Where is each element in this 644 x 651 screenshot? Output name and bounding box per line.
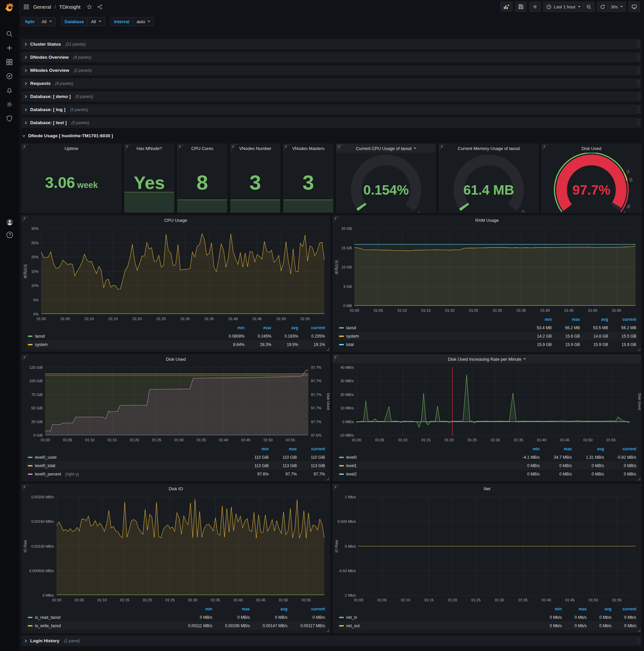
row-drag-handle-icon[interactable] (637, 66, 640, 75)
refresh-interval-button[interactable]: 30s (608, 2, 626, 12)
panel-title-current-memory-usage-of-taosd[interactable]: Current Memory Usage of taosd (439, 144, 538, 153)
variable-label[interactable]: Database (61, 17, 88, 26)
legend-stat-value: 0 Mb/s (537, 623, 562, 628)
alerting-bell-icon[interactable] (6, 87, 13, 94)
chart-svg[interactable]: 01:0001:0501:1001:1501:2001:2501:3001:35… (333, 364, 641, 444)
create-plus-icon[interactable] (6, 44, 13, 52)
variable-label[interactable]: Interval (110, 17, 133, 26)
refresh-button[interactable] (597, 2, 608, 12)
panel-title-cpu-cores[interactable]: CPU Cores (178, 144, 227, 153)
chart-plot-cpu-usage[interactable]: 01:0001:0501:1001:1501:2001:2501:3001:35… (22, 224, 330, 323)
legend-series-toggle[interactable]: system (339, 334, 523, 339)
time-picker-button[interactable]: Last 1 hour (543, 2, 584, 12)
chart-svg[interactable]: 01:0001:0501:1001:1501:2001:2501:3001:35… (333, 224, 641, 314)
chart-svg[interactable]: 01:0001:0501:1001:1501:2001:2501:3001:35… (333, 493, 641, 604)
dashboard-title[interactable]: TDinsight (59, 4, 80, 10)
configuration-gear-icon[interactable] (6, 101, 13, 108)
svg-text:01:00: 01:00 (37, 317, 46, 321)
legend-series-toggle[interactable]: taosd (28, 334, 218, 339)
row-drag-handle-icon[interactable] (637, 119, 640, 127)
kiosk-mode-button[interactable] (629, 2, 640, 12)
legend-series-toggle[interactable]: system (28, 342, 218, 347)
legend-series-toggle[interactable]: io_read_taosd (28, 615, 175, 620)
apps-grid-icon[interactable] (24, 4, 29, 10)
collapsed-row[interactable]: Cluster Status(21 panels) (22, 39, 641, 49)
legend-series-toggle[interactable]: net_out (339, 623, 537, 628)
user-avatar-icon[interactable] (6, 218, 13, 225)
row-drag-handle-icon[interactable] (637, 80, 640, 88)
row-drag-handle-icon[interactable] (637, 93, 640, 101)
breadcrumb-section[interactable]: General (33, 4, 51, 10)
collapsed-row[interactable]: DNodes Overview(4 panels) (22, 52, 641, 62)
panel-title-disk-used[interactable]: Disk Used (22, 355, 330, 364)
search-icon[interactable] (6, 30, 13, 38)
collapsed-row[interactable]: Database: [ log ](5 panels) (22, 104, 641, 115)
panel-resize-handle[interactable] (638, 348, 640, 351)
panel-title-disk-used[interactable]: Disk Used (542, 144, 641, 153)
grafana-logo[interactable] (0, 0, 19, 15)
zoom-out-time-button[interactable] (584, 2, 594, 12)
dashboard-settings-button[interactable] (529, 2, 541, 12)
chart-plot-disk-used[interactable]: 01:0001:0501:1001:1501:2001:2501:3001:35… (22, 364, 330, 444)
panel-title-disk-io[interactable]: Disk IO (22, 484, 330, 493)
legend-series-toggle[interactable]: level0_total (28, 463, 240, 468)
chart-svg[interactable]: 01:0001:0501:1001:1501:2001:2501:3001:35… (22, 364, 330, 444)
variable-label[interactable]: fqdn (22, 17, 38, 26)
panel-title-net[interactable]: Net (333, 484, 641, 493)
panel-title-uptime[interactable]: Uptime (22, 144, 121, 153)
variable-value-dropdown[interactable]: All (38, 17, 55, 26)
row-drag-handle-icon[interactable] (637, 40, 640, 49)
panel-resize-handle[interactable] (638, 477, 640, 480)
variable-value-dropdown[interactable]: auto (133, 17, 154, 26)
panel-title-cpu-usage[interactable]: CPU Usage (22, 216, 330, 224)
dashboards-icon[interactable] (6, 58, 13, 66)
row-dnode-usage[interactable]: DNode Usage [ huolinhe-TM1701:6030 ] (22, 130, 641, 141)
server-admin-shield-icon[interactable] (6, 115, 13, 122)
chart-svg[interactable]: 01:0001:0501:1001:1501:2001:2501:3001:35… (22, 224, 330, 323)
collapsed-row[interactable]: Database: [ test ](5 panels) (22, 118, 641, 128)
save-dashboard-button[interactable] (515, 2, 526, 12)
legend-stat-value: 15.6 GB (552, 334, 580, 339)
legend-series-toggle[interactable]: level1 (339, 463, 508, 468)
row-login-history[interactable]: Login History (1 panel) (22, 636, 641, 646)
legend-series-toggle[interactable]: total (339, 342, 523, 347)
legend-series-toggle[interactable]: level0_used (28, 455, 240, 460)
chart-plot-disk-io[interactable]: 01:0001:0501:1001:1501:2001:2501:3001:35… (22, 493, 330, 604)
panel-title-vnodes-number[interactable]: VNodes Number (230, 144, 280, 153)
panel-title-has-mnode[interactable]: Has MNode? (124, 144, 174, 153)
explore-compass-icon[interactable] (6, 72, 13, 80)
collapsed-row[interactable]: MNodes Overview(2 panels) (22, 65, 641, 75)
panel-title-disk-used-increasing-rate-per-minute[interactable]: Disk Used Increasing Rate per Minute (333, 355, 641, 364)
panel-resize-handle[interactable] (326, 477, 329, 480)
legend-series-toggle[interactable]: io_write_taosd (28, 623, 175, 628)
panel-title-current-cpu-usage-of-taosd[interactable]: Current CPU Usage of taosd (336, 144, 436, 153)
panel-title-vnodes-masters[interactable]: VNodes Masters (283, 144, 333, 153)
row-drag-handle-icon[interactable] (637, 106, 640, 115)
share-icon[interactable] (97, 4, 103, 10)
panel-resize-handle[interactable] (638, 629, 640, 632)
legend-stat-value: 1.31 MB/s (572, 455, 604, 460)
row-drag-handle-icon[interactable] (637, 637, 640, 644)
legend-stat-value: 0.0808% (218, 334, 245, 339)
svg-text:01:05: 01:05 (63, 438, 72, 442)
legend-series-toggle[interactable]: level2 (339, 472, 508, 476)
legend-series-toggle[interactable]: taosd (339, 326, 523, 330)
legend-series-toggle[interactable]: net_in (339, 615, 537, 620)
help-question-icon[interactable] (6, 231, 13, 238)
star-icon[interactable] (87, 4, 92, 10)
add-panel-button[interactable] (501, 2, 513, 12)
row-drag-handle-icon[interactable] (637, 53, 640, 62)
chart-svg[interactable]: 01:0001:0501:1001:1501:2001:2501:3001:35… (22, 493, 330, 604)
legend-series-toggle[interactable]: level0_percent(right-y) (28, 472, 240, 476)
collapsed-row[interactable]: Requests(4 panels) (22, 78, 641, 89)
panel-resize-handle[interactable] (326, 348, 329, 351)
chart-plot-ram-usage[interactable]: 01:0001:0501:1001:1501:2001:2501:3001:35… (333, 224, 641, 314)
legend-stat-value: 0 MB/s (604, 472, 636, 476)
variable-value-dropdown[interactable]: All (87, 17, 105, 26)
panel-title-ram-usage[interactable]: RAM Usage (333, 216, 641, 224)
collapsed-row[interactable]: Database: [ demo ](5 panels) (22, 91, 641, 102)
panel-resize-handle[interactable] (326, 629, 329, 632)
chart-plot-net[interactable]: 01:0001:0501:1001:1501:2001:2501:3001:35… (333, 493, 641, 604)
chart-plot-disk-used-increasing-rate-per-minute[interactable]: 01:0001:0501:1001:1501:2001:2501:3001:35… (333, 364, 641, 444)
legend-series-toggle[interactable]: level0 (339, 455, 508, 460)
